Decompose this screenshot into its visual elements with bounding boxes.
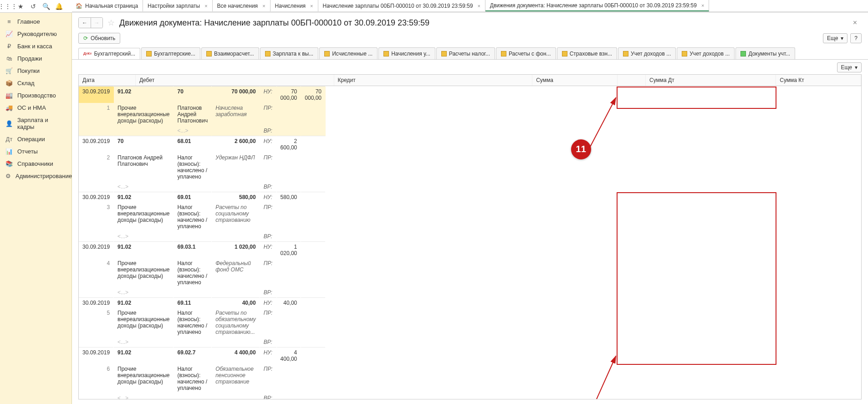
apps-icon[interactable]: ⋮⋮⋮	[2, 1, 14, 12]
tabs-row: 🏠Начальная страницаНастройки зарплаты×Вс…	[72, 0, 868, 12]
tab-0[interactable]: 🏠Начальная страница	[72, 0, 143, 11]
tab-close-icon[interactable]: ×	[701, 3, 704, 8]
tab-close-icon[interactable]: ×	[477, 3, 480, 9]
home-icon: 🏠	[76, 3, 82, 9]
tab-2[interactable]: Все начисления×	[213, 0, 271, 11]
tab-label: Начисление зарплаты 00БП-000010 от 30.09…	[323, 3, 473, 9]
search-icon[interactable]: 🔍	[40, 1, 52, 12]
tab-1[interactable]: Настройки зарплаты×	[143, 0, 213, 11]
tab-3[interactable]: Начисления×	[271, 0, 318, 11]
tab-close-icon[interactable]: ×	[310, 3, 313, 9]
history-icon[interactable]: ↺	[27, 1, 39, 12]
tab-4[interactable]: Начисление зарплаты 00БП-000010 от 30.09…	[318, 0, 485, 11]
tab-label: Движения документа: Начисление зарплаты …	[490, 2, 697, 9]
tab-label: Начальная страница	[85, 3, 138, 9]
tab-label: Все начисления	[217, 3, 258, 9]
tab-label: Настройки зарплаты	[148, 3, 200, 9]
tab-close-icon[interactable]: ×	[262, 3, 265, 9]
tab-close-icon[interactable]: ×	[204, 3, 207, 9]
tab-label: Начисления	[275, 3, 306, 9]
bell-icon[interactable]: 🔔	[53, 1, 65, 12]
star-icon[interactable]: ★	[15, 1, 26, 12]
tab-5[interactable]: Движения документа: Начисление зарплаты …	[485, 0, 710, 11]
